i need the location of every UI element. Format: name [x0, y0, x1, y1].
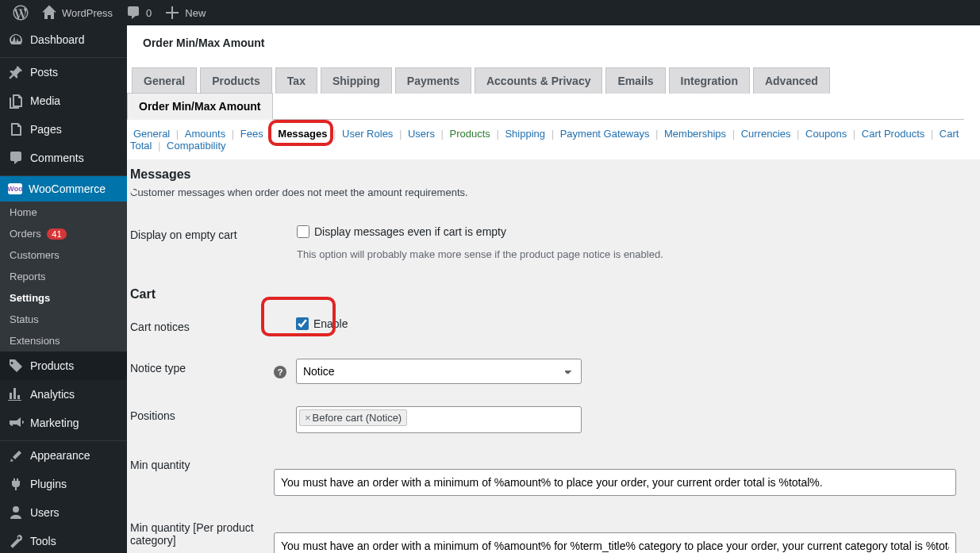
- dashboard-icon: [8, 32, 24, 48]
- sidebar-label: Tools: [30, 535, 56, 547]
- row-label-min-qty: Min quantity: [130, 444, 274, 507]
- user-icon: [8, 505, 24, 520]
- sidebar-item-tools[interactable]: Tools: [0, 527, 127, 553]
- tab-products[interactable]: Products: [200, 67, 272, 94]
- subtab-cart-products[interactable]: Cart Products: [859, 128, 928, 140]
- subtab-general[interactable]: General: [130, 128, 173, 140]
- wc-sub-orders[interactable]: Orders 41: [0, 223, 127, 244]
- subtab-shipping[interactable]: Shipping: [502, 128, 548, 140]
- subtab-separator: |: [652, 128, 661, 140]
- cart-notices-enable-checkbox[interactable]: [296, 317, 309, 330]
- sidebar-item-appearance[interactable]: Appearance: [0, 441, 127, 470]
- subtab-separator: |: [850, 128, 859, 140]
- sidebar-item-plugins[interactable]: Plugins: [0, 470, 127, 498]
- min-qty-cat-input[interactable]: [274, 532, 956, 553]
- tab-advanced[interactable]: Advanced: [753, 67, 830, 94]
- subtab-separator: |: [494, 128, 502, 140]
- cart-notices-enable-label[interactable]: Enable: [296, 317, 348, 330]
- subtab-payment-gateways[interactable]: Payment Gateways: [557, 128, 653, 140]
- brush-icon: [8, 447, 24, 463]
- subtab-currencies[interactable]: Currencies: [738, 128, 794, 140]
- sidebar-item-media[interactable]: Media: [0, 86, 127, 115]
- sidebar-item-comments[interactable]: Comments: [0, 144, 127, 172]
- sidebar-label: Products: [30, 359, 74, 372]
- wc-sub-status[interactable]: Status: [0, 309, 127, 330]
- subtab-separator: |: [438, 128, 447, 140]
- notice-type-select[interactable]: Notice: [296, 359, 582, 384]
- wc-sub-reports[interactable]: Reports: [0, 266, 127, 287]
- page-icon: [8, 121, 24, 137]
- tab-accounts-privacy[interactable]: Accounts & Privacy: [475, 67, 603, 94]
- wc-sub-settings[interactable]: Settings: [0, 287, 127, 309]
- sidebar-item-products[interactable]: Products: [0, 351, 127, 380]
- wc-sub-extensions[interactable]: Extensions: [0, 330, 127, 351]
- sidebar-label: Media: [30, 94, 60, 107]
- sidebar-label: Plugins: [30, 478, 67, 490]
- subtab-separator: |: [729, 128, 738, 140]
- subtab-products[interactable]: Products: [447, 128, 494, 140]
- help-tip-icon[interactable]: ?: [274, 366, 286, 378]
- site-name-text: WordPress: [62, 7, 113, 19]
- sidebar-label: Pages: [30, 123, 62, 136]
- subtab-coupons[interactable]: Coupons: [802, 128, 850, 140]
- wc-sub-home[interactable]: Home: [0, 202, 127, 223]
- subtab-users[interactable]: Users: [405, 128, 438, 140]
- media-icon: [8, 93, 24, 109]
- min-qty-input[interactable]: [274, 469, 956, 496]
- sidebar-item-pages[interactable]: Pages: [0, 115, 127, 144]
- new-content-link[interactable]: New: [158, 0, 212, 25]
- token-remove-icon[interactable]: ×: [305, 412, 311, 424]
- comment-icon: [125, 5, 141, 21]
- tab-emails[interactable]: Emails: [605, 67, 665, 94]
- tab-integration[interactable]: Integration: [669, 67, 750, 94]
- display-empty-checkbox-label[interactable]: Display messages even if cart is empty: [297, 225, 506, 238]
- wordpress-logo-icon: [13, 5, 29, 21]
- sidebar-label: WooCommerce: [29, 182, 106, 195]
- sidebar-item-marketing[interactable]: Marketing: [0, 409, 127, 437]
- row-label-notice-type: Notice type: [130, 348, 274, 395]
- sidebar-label: Users: [30, 506, 60, 519]
- sidebar-item-dashboard[interactable]: Dashboard: [0, 25, 127, 54]
- tab-payments[interactable]: Payments: [395, 67, 471, 94]
- orders-count-badge: 41: [47, 228, 66, 240]
- sidebar-item-woocommerce[interactable]: Woo WooCommerce: [0, 176, 127, 202]
- subtab-fees[interactable]: Fees: [237, 128, 267, 140]
- subtab-user-roles[interactable]: User Roles: [339, 128, 396, 140]
- subtab-separator: |: [173, 128, 182, 140]
- wc-sub-customers[interactable]: Customers: [0, 244, 127, 266]
- subtab-amounts[interactable]: Amounts: [182, 128, 229, 140]
- plugin-icon: [8, 476, 24, 492]
- tab-order-min-max-amount[interactable]: Order Min/Max Amount: [127, 93, 273, 120]
- sidebar-item-analytics[interactable]: Analytics: [0, 380, 127, 409]
- subtab-messages[interactable]: Messages: [275, 128, 330, 140]
- row-label-positions: Positions: [130, 395, 274, 444]
- position-token[interactable]: ×Before cart (Notice): [299, 409, 407, 426]
- tab-shipping[interactable]: Shipping: [321, 67, 392, 94]
- checkbox-text: Display messages even if cart is empty: [314, 225, 506, 238]
- settings-form-area: Messages Customer messages when order do…: [127, 167, 980, 553]
- row-label-display-empty: Display on empty cart: [130, 214, 297, 271]
- display-empty-checkbox[interactable]: [297, 225, 309, 238]
- row-label-cart-notices: Cart notices: [130, 306, 274, 348]
- admin-sidebar: Dashboard Posts Media Pages Comments Woo…: [0, 25, 127, 553]
- positions-token-input[interactable]: ×Before cart (Notice): [296, 406, 582, 433]
- settings-sub-nav: General | Amounts | Fees | Messages | Us…: [127, 120, 964, 159]
- plus-icon: [164, 5, 180, 21]
- woocommerce-icon: Woo: [8, 183, 22, 194]
- subtab-separator: |: [267, 128, 275, 140]
- subtab-compatibility[interactable]: Compatibility: [163, 140, 229, 152]
- subtab-memberships[interactable]: Memberships: [661, 128, 729, 140]
- sidebar-item-users[interactable]: Users: [0, 498, 127, 527]
- tab-general[interactable]: General: [132, 67, 197, 94]
- subtab-separator: |: [548, 128, 557, 140]
- comments-link[interactable]: 0: [119, 0, 158, 25]
- site-name-link[interactable]: WordPress: [35, 0, 119, 25]
- sidebar-item-posts[interactable]: Posts: [0, 58, 127, 86]
- sub-label: Orders: [10, 228, 41, 240]
- wp-logo[interactable]: [6, 0, 35, 25]
- tab-tax[interactable]: Tax: [275, 67, 317, 94]
- page-title: Order Min/Max Amount: [143, 36, 964, 49]
- subtab-separator: |: [330, 128, 339, 140]
- section-heading-messages: Messages: [130, 167, 964, 182]
- home-icon: [41, 5, 57, 21]
